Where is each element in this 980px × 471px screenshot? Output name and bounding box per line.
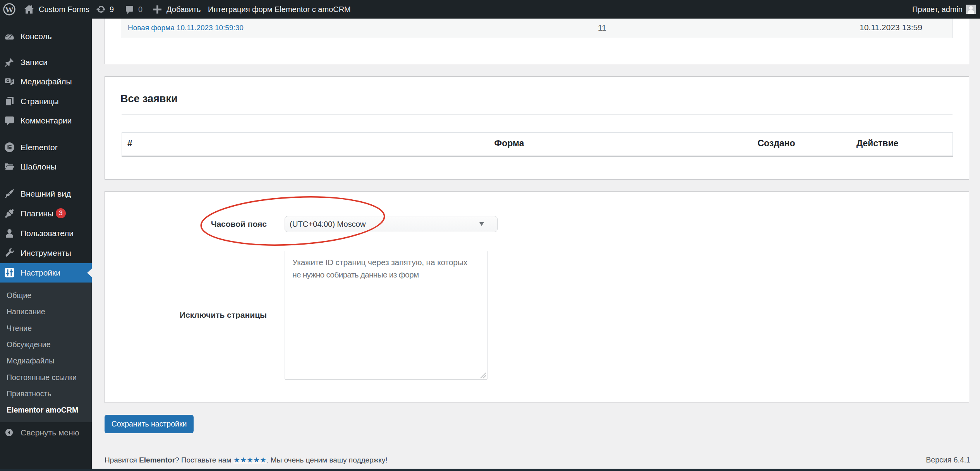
svg-text:W: W xyxy=(5,5,14,14)
